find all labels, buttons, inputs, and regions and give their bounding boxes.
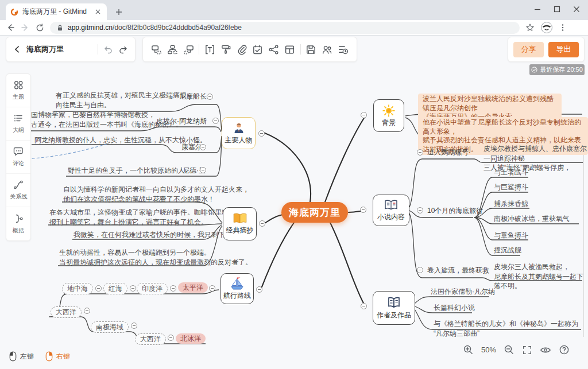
collapse-button[interactable] [130, 285, 136, 292]
node-ned-desc[interactable]: 野性十足的鱼叉手，一个比较原始的人。 [68, 166, 192, 176]
collapse-button[interactable] [361, 303, 367, 309]
reload-icon[interactable] [36, 24, 44, 32]
collapse-button[interactable] [258, 130, 265, 137]
node-quote-1[interactable]: 自以为懂科学的新闻记者和一向自以为多才的文人开起火来， 他们在这次值得纪念的笔战… [63, 185, 249, 204]
fit-screen-icon[interactable] [522, 345, 532, 355]
address-bar[interactable]: app.gitmind.cn/doc/8f2fb0c8d9bc24dddbd54… [50, 22, 520, 34]
node-author-point-2[interactable]: 长篇科幻小说 [434, 303, 475, 313]
route-node-red-sea[interactable]: 红海 [103, 283, 127, 294]
back-icon[interactable] [6, 23, 15, 32]
node-conseil-desc[interactable]: 阿龙纳斯教授的仆人，忠实，生性沉稳，从不大惊小怪。 [34, 135, 207, 145]
node-author-point-3[interactable]: 与《格兰特船长的儿女》和《神秘岛》一起称为 “凡尔纳三部曲” [434, 319, 588, 338]
collapse-button[interactable] [209, 285, 215, 292]
zoom-out-icon[interactable] [504, 344, 514, 355]
node-journey-item-2[interactable]: 与巨鲨搏斗 [494, 182, 528, 192]
tab-close-icon[interactable] [93, 7, 102, 17]
insert-sibling-topic-icon[interactable] [151, 44, 162, 55]
collapse-button[interactable] [417, 207, 423, 213]
branch-node-characters[interactable]: 主要人物 [222, 117, 256, 149]
collapse-button[interactable] [360, 207, 366, 213]
collapse-button[interactable] [84, 308, 90, 314]
redo-icon[interactable] [118, 45, 128, 55]
insert-parent-topic-icon[interactable] [183, 44, 194, 55]
collapse-button[interactable] [168, 335, 174, 341]
attachment-icon[interactable] [237, 44, 247, 55]
node-rescue-desc[interactable]: 皮埃尔三人被渔民救起， 尼摩船长及其鹦鹉螺号一起下落不明。 [494, 262, 588, 291]
node-journey-item-5[interactable]: 与章鱼搏斗 [494, 231, 528, 240]
forward-icon[interactable] [21, 23, 30, 32]
table-icon[interactable] [284, 44, 295, 55]
outline-history-icon[interactable] [338, 44, 349, 55]
zoom-in-icon[interactable] [463, 344, 474, 355]
node-journey[interactable]: 10个月的海底旅行 [427, 206, 483, 216]
browser-menu-icon[interactable] [559, 24, 567, 32]
task-icon[interactable] [252, 44, 263, 55]
insert-subtopic-icon[interactable] [167, 44, 178, 55]
zoom-level[interactable]: 50% [481, 345, 496, 354]
profile-avatar[interactable] [540, 21, 553, 34]
sidebar-item-outline[interactable]: 大纲 [6, 107, 30, 141]
format-painter-icon[interactable] [220, 44, 231, 55]
collapse-button[interactable] [131, 323, 137, 329]
node-journey-item-6[interactable]: 撞沉战舰 [494, 246, 521, 255]
branch-node-background[interactable]: 背景 [373, 99, 404, 132]
collapse-button[interactable] [200, 167, 206, 173]
collapse-button[interactable] [259, 220, 265, 227]
collapse-button[interactable] [361, 112, 367, 118]
share-button[interactable]: 分享 [513, 42, 544, 57]
node-journey-item-3[interactable]: 捕杀抹香鲸 [494, 199, 528, 209]
window-maximize-icon[interactable] [554, 6, 560, 13]
back-to-home-icon[interactable] [13, 45, 21, 53]
collapse-button[interactable] [417, 267, 423, 273]
collapse-button[interactable] [212, 118, 219, 124]
sidebar-item-relation-line[interactable]: 关系线 [6, 174, 30, 207]
presentation-eye-icon[interactable] [540, 345, 551, 355]
collapse-button[interactable] [200, 144, 206, 150]
bookmark-star-icon[interactable] [525, 23, 535, 32]
undo-icon[interactable] [103, 45, 113, 55]
node-journey-item-4[interactable]: 南极冲破冰墙，重获氧气 [494, 214, 570, 224]
route-node-arctic[interactable]: 北冰洋 [176, 333, 206, 344]
node-rescue[interactable]: 卷入旋流，最终获救 [427, 266, 489, 275]
node-nemo-desc[interactable]: 有正义感的反抗英雄，对殖民主义极端痛恨， 向往民主与自由。 [56, 91, 194, 110]
new-tab-button[interactable] [113, 6, 125, 18]
sidebar-item-summary[interactable]: 概括 [6, 207, 30, 240]
export-button[interactable]: 导出 [548, 42, 579, 57]
collapse-button[interactable] [256, 286, 262, 293]
branch-node-content[interactable]: 小说内容 [373, 195, 409, 226]
route-node-pacific[interactable]: 太平洋 [178, 282, 208, 293]
save-icon[interactable] [305, 44, 316, 55]
collapse-button[interactable] [170, 285, 176, 292]
sidebar-item-theme[interactable]: 主题 [6, 74, 30, 107]
root-node[interactable]: 海底两万里 [281, 202, 348, 223]
text-style-icon[interactable] [204, 44, 215, 55]
node-quote-2[interactable]: 在各大城市里，这怪物变成了家喻户晓的事件。咖啡馆里歌唱它， 报刊上嘲笑它，舞台上… [49, 208, 249, 227]
collapse-button[interactable] [207, 94, 213, 100]
collaborate-icon[interactable] [322, 44, 332, 55]
branch-node-quotes[interactable]: 经典摘抄 [223, 207, 257, 240]
node-journey-item-1[interactable]: 与土著战斗 [494, 168, 528, 177]
node-quote-3[interactable]: 我微笑，在任何我难过或者快乐的时候，我只剩下微笑。 [74, 230, 246, 240]
route-node-atlantic-1[interactable]: 大西洋 [51, 306, 82, 318]
doc-title[interactable]: 海底两万里 [26, 44, 92, 55]
node-enter-nautilus[interactable]: 进入鹦鹉螺号 [427, 147, 469, 157]
branch-node-route[interactable]: 航行路线 [220, 273, 254, 304]
relation-line-icon[interactable] [268, 44, 279, 55]
node-nemo[interactable]: 尼摩船长 [179, 92, 207, 102]
node-conseil[interactable]: 康塞尔 [181, 142, 202, 152]
node-aronnax[interactable]: 皮埃尔·阿龙纳斯 [156, 116, 207, 126]
window-close-icon[interactable] [573, 6, 580, 13]
sidebar-item-comments[interactable]: 评论 [6, 141, 30, 174]
route-node-indian-ocean[interactable]: 印度洋 [137, 283, 168, 294]
browser-tab[interactable]: 海底两万里 - GitMind [6, 3, 107, 20]
route-node-antarctic[interactable]: 南极海域 [91, 321, 129, 333]
route-node-mediterranean[interactable]: 地中海 [62, 283, 93, 294]
collapse-button[interactable] [417, 149, 423, 156]
help-icon[interactable] [559, 344, 570, 355]
window-minimize-icon[interactable] [534, 6, 541, 13]
route-node-atlantic-2[interactable]: 大西洋 [135, 333, 166, 345]
node-quote-4[interactable]: 生就的动摇性，容易从一个极端跑到另一个极端。 当初最热诚拥护这次远征的人，现在却… [59, 248, 252, 267]
collapse-button[interactable] [95, 285, 102, 292]
node-author-point-1[interactable]: 法国作家儒勒·凡尔纳 [431, 287, 495, 297]
branch-node-author[interactable]: 作者及作品 [373, 291, 415, 325]
